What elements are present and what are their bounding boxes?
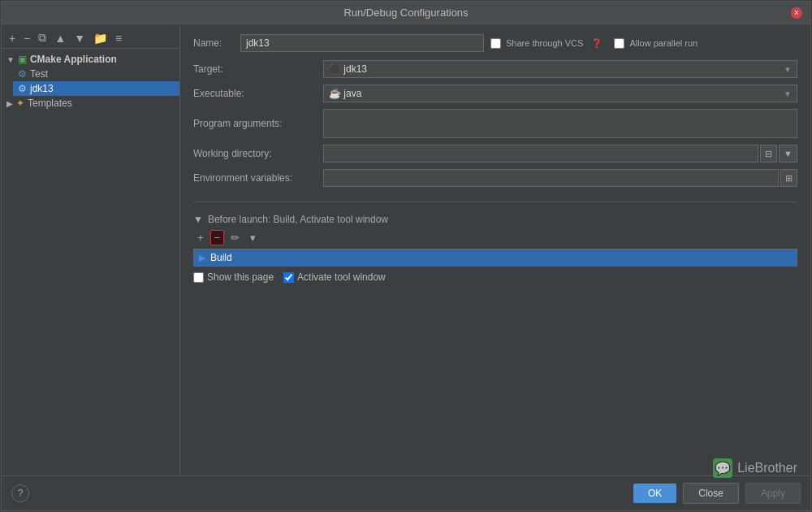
env-vars-label: Environment variables: (193, 172, 323, 184)
close-button[interactable]: × (791, 7, 802, 19)
working-dir-row: Working directory: ⊟ ▼ (193, 145, 797, 163)
before-launch-section: ▼ Before launch: Build, Activate tool wi… (193, 214, 797, 283)
before-launch-header[interactable]: ▼ Before launch: Build, Activate tool wi… (193, 214, 797, 225)
target-label: Target: (193, 63, 323, 75)
target-row: Target: ⬛ jdk13 ▼ (193, 60, 797, 78)
name-input[interactable] (240, 34, 484, 52)
move-down-button[interactable]: ▼ (71, 31, 88, 46)
before-launch-menu-button[interactable]: ▾ (246, 230, 260, 245)
program-args-row: Program arguments: (193, 109, 797, 138)
working-dir-label: Working directory: (193, 148, 323, 159)
target-dropdown-arrow: ▼ (784, 65, 792, 74)
parallel-run-checkbox[interactable] (614, 38, 624, 49)
folder-button[interactable]: 📁 (91, 31, 110, 46)
env-vars-row: Environment variables: ⊞ (193, 169, 797, 187)
before-launch-remove-button[interactable]: − (210, 230, 225, 245)
remove-config-button[interactable]: − (21, 31, 32, 46)
before-launch-arrow: ▼ (193, 214, 203, 225)
build-play-icon: ▶ (199, 253, 205, 263)
ok-button[interactable]: OK (633, 484, 676, 503)
executable-control: ☕ java ▼ (323, 85, 797, 102)
section-divider (193, 202, 797, 202)
title-bar: Run/Debug Configurations × (2, 2, 810, 24)
tree-item-test[interactable]: ⚙ Test (13, 67, 179, 81)
help-button[interactable]: ? (11, 484, 29, 502)
sort-button[interactable]: ≡ (113, 31, 124, 46)
before-launch-edit-button[interactable]: ✏ (227, 230, 244, 245)
templates-label: Templates (28, 98, 72, 109)
activate-window-label: Activate tool window (297, 271, 386, 283)
content-area: + − ⧉ ▲ ▼ 📁 ≡ ▼ ▣ CMake Application ⚙ Te… (2, 24, 810, 475)
cmake-group[interactable]: ▼ ▣ CMake Application (2, 52, 179, 67)
parallel-run-label: Allow parallel run (629, 38, 698, 48)
watermark-logo-icon: 💬 (715, 461, 731, 476)
watermark: 💬 LieBrother (713, 458, 797, 478)
copy-config-button[interactable]: ⧉ (36, 30, 49, 46)
show-page-checkbox[interactable] (193, 272, 204, 283)
activate-window-checkbox[interactable] (283, 272, 294, 283)
test-config-icon: ⚙ (18, 68, 27, 80)
build-item-label: Build (210, 252, 232, 263)
show-page-label: Show this page (207, 271, 274, 283)
templates-icon: ✦ (16, 98, 24, 109)
run-debug-dialog: Run/Debug Configurations × + − ⧉ ▲ ▼ 📁 ≡… (1, 1, 811, 511)
target-control: ⬛ jdk13 ▼ (323, 60, 797, 78)
before-launch-add-button[interactable]: + (193, 230, 208, 245)
before-launch-label: Before launch: Build, Activate tool wind… (208, 214, 388, 225)
env-vars-control: ⊞ (323, 169, 797, 187)
before-launch-list: ▶ Build (193, 249, 797, 267)
working-dir-input[interactable] (323, 145, 758, 163)
left-panel: + − ⧉ ▲ ▼ 📁 ≡ ▼ ▣ CMake Application ⚙ Te… (2, 24, 180, 475)
tree-item-jdk13[interactable]: ⚙ jdk13 (13, 81, 179, 96)
templates-group[interactable]: ▶ ✦ Templates (2, 96, 179, 111)
right-panel: Name: Share through VCS ❓ Allow parallel… (180, 24, 810, 475)
program-args-control (323, 109, 797, 138)
dialog-title: Run/Debug Configurations (21, 7, 791, 19)
cmake-expand-arrow: ▼ (6, 55, 15, 64)
apply-button[interactable]: Apply (745, 483, 801, 504)
bottom-bar: ? OK Close Apply (2, 475, 810, 510)
config-toolbar: + − ⧉ ▲ ▼ 📁 ≡ (2, 28, 179, 49)
bottom-options: Show this page Activate tool window (193, 271, 797, 283)
build-list-item[interactable]: ▶ Build (194, 249, 797, 266)
program-args-label: Program arguments: (193, 118, 323, 129)
cmake-icon: ▣ (18, 54, 27, 65)
working-dir-browse-button[interactable]: ⊟ (760, 145, 777, 163)
show-page-option[interactable]: Show this page (193, 271, 274, 283)
move-up-button[interactable]: ▲ (52, 31, 68, 46)
name-row: Name: Share through VCS ❓ Allow parallel… (193, 34, 797, 52)
add-config-button[interactable]: + (6, 31, 18, 46)
watermark-text: LieBrother (737, 461, 797, 475)
activate-window-option[interactable]: Activate tool window (283, 271, 386, 283)
executable-value: ☕ java (329, 88, 361, 99)
cmake-children: ⚙ Test ⚙ jdk13 (2, 67, 179, 96)
target-value: ⬛ jdk13 (329, 63, 367, 75)
cmake-group-label: CMake Application (30, 54, 117, 65)
jdk13-item-label: jdk13 (30, 83, 54, 94)
working-dir-control: ⊟ ▼ (323, 145, 797, 163)
share-vcs-checkbox[interactable] (490, 38, 501, 49)
executable-label: Executable: (193, 88, 323, 99)
share-vcs-label: Share through VCS (506, 38, 583, 48)
program-args-input[interactable] (323, 109, 797, 138)
working-dir-dropdown-button[interactable]: ▼ (779, 145, 797, 163)
executable-row: Executable: ☕ java ▼ (193, 85, 797, 102)
working-dir-input-group: ⊟ ▼ (323, 145, 797, 163)
env-vars-edit-button[interactable]: ⊞ (780, 169, 797, 187)
bottom-right: OK Close Apply (633, 483, 801, 504)
close-dialog-button[interactable]: Close (683, 483, 739, 504)
executable-dropdown-arrow: ▼ (784, 89, 792, 98)
bottom-left: ? (11, 484, 29, 502)
jdk13-config-icon: ⚙ (18, 83, 27, 94)
watermark-logo: 💬 (713, 458, 732, 478)
header-checkboxes: Share through VCS ❓ Allow parallel run (490, 38, 698, 49)
env-vars-input-group: ⊞ (323, 169, 797, 187)
test-item-label: Test (30, 68, 48, 80)
before-launch-toolbar: + − ✏ ▾ (193, 230, 797, 245)
target-select[interactable]: ⬛ jdk13 ▼ (323, 60, 797, 78)
templates-arrow: ▶ (6, 99, 13, 108)
name-label: Name: (193, 37, 234, 49)
env-vars-input[interactable] (323, 169, 779, 187)
executable-select[interactable]: ☕ java ▼ (323, 85, 797, 102)
